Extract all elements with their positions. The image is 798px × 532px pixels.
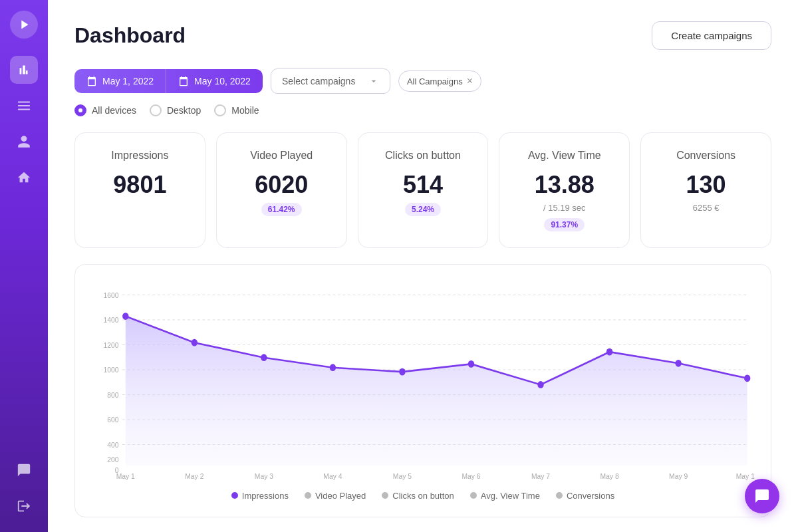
conversions-value: 130 xyxy=(686,171,726,199)
legend-dot-video xyxy=(305,492,311,499)
page-title: Dashboard xyxy=(74,23,186,48)
svg-text:1200: 1200 xyxy=(103,340,118,349)
impressions-label: Impressions xyxy=(111,149,168,163)
conversions-sub: 6255 € xyxy=(693,203,720,213)
sidebar-item-home[interactable] xyxy=(10,164,38,192)
device-filters: All devices Desktop Mobile xyxy=(74,104,771,116)
dot-may1 xyxy=(122,313,128,320)
legend-impressions[interactable]: Impressions xyxy=(231,491,289,501)
date-start-button[interactable]: May 1, 2022 xyxy=(74,69,166,93)
menu-icon xyxy=(17,98,31,113)
main-chart: 1600 1400 1200 1000 800 600 400 200 0 xyxy=(91,281,755,480)
dot-may5 xyxy=(399,368,405,376)
video-label: Video Played xyxy=(250,149,313,163)
message-icon xyxy=(17,463,31,477)
sidebar-item-messages[interactable] xyxy=(10,456,38,484)
device-all[interactable]: All devices xyxy=(74,104,136,116)
dot-may6 xyxy=(468,360,474,368)
svg-text:600: 600 xyxy=(107,415,118,424)
sidebar-item-user[interactable] xyxy=(10,128,38,156)
svg-text:May 1: May 1 xyxy=(116,471,135,480)
legend-conversions[interactable]: Conversions xyxy=(556,491,614,501)
viewtime-value: 13.88 xyxy=(535,171,595,199)
svg-text:400: 400 xyxy=(107,440,118,449)
device-mobile-label: Mobile xyxy=(231,105,259,116)
svg-text:1600: 1600 xyxy=(103,291,118,299)
viewtime-badge: 91.37% xyxy=(544,218,585,231)
svg-text:May 9: May 9 xyxy=(669,471,688,480)
campaign-select-label: Select campaigns xyxy=(282,76,356,86)
svg-text:May 8: May 8 xyxy=(600,471,618,480)
campaign-select-dropdown[interactable]: Select campaigns xyxy=(271,68,390,94)
chart-fill-area xyxy=(126,316,747,466)
legend-clicks[interactable]: Clicks on button xyxy=(382,491,454,501)
chat-fab-icon xyxy=(754,488,770,504)
video-badge: 61.42% xyxy=(261,203,302,216)
clicks-label: Clicks on button xyxy=(385,149,461,163)
dot-may3 xyxy=(261,354,267,361)
viewtime-label: Avg. View Time xyxy=(528,149,601,163)
chart-icon xyxy=(17,63,31,77)
svg-text:May 6: May 6 xyxy=(462,471,480,480)
legend-dot-clicks xyxy=(382,492,388,499)
legend-viewtime[interactable]: Avg. View Time xyxy=(470,491,540,501)
svg-text:May 4: May 4 xyxy=(323,471,342,480)
header: Dashboard Create campaigns xyxy=(74,21,771,50)
legend-video[interactable]: Video Played xyxy=(305,491,366,501)
stat-card-conversions: Conversions 130 6255 € xyxy=(640,132,771,248)
legend-label-impressions: Impressions xyxy=(242,491,289,501)
campaign-tag-label: All Campaigns xyxy=(407,76,463,86)
radio-mobile[interactable] xyxy=(214,104,226,116)
svg-text:200: 200 xyxy=(107,455,118,464)
radio-desktop[interactable] xyxy=(150,104,162,116)
calendar-icon xyxy=(86,76,97,86)
clicks-value: 514 xyxy=(403,171,443,199)
clicks-badge: 5.24% xyxy=(405,203,441,216)
stat-cards-grid: Impressions 9801 Video Played 6020 61.42… xyxy=(74,132,771,248)
radio-all-devices[interactable] xyxy=(74,104,86,116)
date-start-label: May 1, 2022 xyxy=(102,76,154,86)
campaign-tag-all[interactable]: All Campaigns × xyxy=(398,70,481,92)
stat-card-impressions: Impressions 9801 xyxy=(74,132,205,248)
device-mobile[interactable]: Mobile xyxy=(214,104,259,116)
date-range-picker[interactable]: May 1, 2022 May 10, 2022 xyxy=(74,69,263,93)
user-icon xyxy=(17,134,31,149)
svg-text:1000: 1000 xyxy=(103,365,118,374)
sidebar xyxy=(0,0,48,532)
legend-label-conversions: Conversions xyxy=(567,491,614,501)
sidebar-item-charts[interactable] xyxy=(10,56,38,84)
device-desktop-label: Desktop xyxy=(167,105,201,116)
device-desktop[interactable]: Desktop xyxy=(150,104,201,116)
dot-may10 xyxy=(744,374,750,382)
viewtime-sub: / 15.19 sec xyxy=(543,203,586,213)
filters-row: May 1, 2022 May 10, 2022 Select campaign… xyxy=(74,68,771,94)
date-end-label: May 10, 2022 xyxy=(194,76,251,86)
legend-dot-viewtime xyxy=(470,492,477,499)
chart-container: 1600 1400 1200 1000 800 600 400 200 0 xyxy=(74,264,771,517)
home-icon xyxy=(17,170,31,185)
stat-card-video: Video Played 6020 61.42% xyxy=(216,132,347,248)
chevron-down-icon xyxy=(368,76,379,86)
dot-may9 xyxy=(675,360,681,367)
campaign-tag-close[interactable]: × xyxy=(467,75,473,87)
impressions-value: 9801 xyxy=(113,171,166,199)
svg-text:May 5: May 5 xyxy=(393,471,412,480)
legend-dot-conversions xyxy=(556,492,563,499)
play-icon xyxy=(17,17,31,32)
calendar-end-icon xyxy=(178,76,189,86)
dot-may2 xyxy=(192,339,198,346)
svg-text:May 3: May 3 xyxy=(255,471,273,480)
sidebar-item-menu[interactable] xyxy=(10,92,38,120)
stat-card-viewtime: Avg. View Time 13.88 / 15.19 sec 91.37% xyxy=(499,132,630,248)
main-content: Dashboard Create campaigns May 1, 2022 M… xyxy=(48,0,798,532)
sidebar-logo[interactable] xyxy=(10,11,38,39)
date-end-button[interactable]: May 10, 2022 xyxy=(166,69,263,93)
stat-card-clicks: Clicks on button 514 5.24% xyxy=(358,132,489,248)
chat-fab-button[interactable] xyxy=(745,479,779,513)
sidebar-item-logout[interactable] xyxy=(10,492,38,520)
dot-may8 xyxy=(606,348,612,356)
device-all-label: All devices xyxy=(92,105,136,116)
create-campaigns-button[interactable]: Create campaigns xyxy=(652,21,771,50)
svg-text:May 10: May 10 xyxy=(736,471,755,480)
svg-text:May 2: May 2 xyxy=(185,471,203,480)
